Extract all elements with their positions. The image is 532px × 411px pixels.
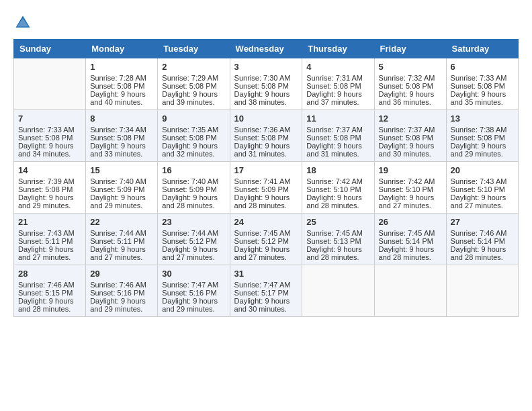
day-info-line: and 28 minutes.	[379, 253, 442, 261]
day-number: 17	[234, 165, 298, 175]
day-info-line: and 27 minutes.	[451, 201, 514, 210]
day-info-line: Sunset: 5:08 PM	[379, 82, 442, 90]
day-info-line: Sunrise: 7:46 AM	[451, 229, 514, 237]
day-number: 1	[90, 62, 153, 72]
calendar-cell: 3Sunrise: 7:30 AMSunset: 5:08 PMDaylight…	[230, 58, 302, 110]
day-info-line: Daylight: 9 hours	[18, 142, 81, 150]
day-info-line: Sunrise: 7:39 AM	[18, 177, 81, 185]
calendar-cell: 31Sunrise: 7:47 AMSunset: 5:17 PMDayligh…	[230, 265, 302, 317]
day-number: 14	[18, 165, 81, 175]
day-info-line: Daylight: 9 hours	[90, 245, 153, 253]
column-header-saturday: Saturday	[446, 40, 518, 58]
day-info-line: Daylight: 9 hours	[162, 297, 225, 305]
day-info-line: and 29 minutes.	[162, 305, 225, 313]
day-info-line: Sunrise: 7:45 AM	[234, 229, 298, 237]
day-info-line: Sunset: 5:08 PM	[379, 134, 442, 142]
day-info-line: Daylight: 9 hours	[162, 193, 225, 201]
calendar-cell: 4Sunrise: 7:31 AMSunset: 5:08 PMDaylight…	[302, 58, 374, 110]
day-info-line: Sunset: 5:08 PM	[306, 134, 369, 142]
calendar-cell: 16Sunrise: 7:40 AMSunset: 5:09 PMDayligh…	[158, 162, 230, 214]
day-number: 28	[18, 269, 81, 279]
day-info-line: and 27 minutes.	[18, 253, 81, 261]
day-info-line: Sunset: 5:08 PM	[18, 134, 81, 142]
day-info-line: Sunrise: 7:28 AM	[90, 74, 153, 82]
day-info-line: and 27 minutes.	[90, 253, 153, 261]
day-info-line: Sunrise: 7:42 AM	[379, 177, 442, 185]
calendar-week-row: 14Sunrise: 7:39 AMSunset: 5:08 PMDayligh…	[14, 162, 519, 214]
page-header	[13, 13, 519, 32]
day-info-line: Sunset: 5:11 PM	[90, 237, 153, 245]
day-info-line: Daylight: 9 hours	[90, 297, 153, 305]
day-info-line: Sunrise: 7:29 AM	[162, 74, 225, 82]
calendar-cell: 17Sunrise: 7:41 AMSunset: 5:09 PMDayligh…	[230, 162, 302, 214]
day-info-line: Sunset: 5:08 PM	[18, 185, 81, 193]
calendar-cell: 2Sunrise: 7:29 AMSunset: 5:08 PMDaylight…	[158, 58, 230, 110]
day-number: 9	[162, 113, 225, 124]
day-info-line: and 32 minutes.	[162, 150, 225, 158]
day-info-line: Sunset: 5:08 PM	[306, 82, 369, 90]
calendar-cell	[374, 265, 446, 317]
day-number: 18	[306, 165, 369, 175]
day-number: 21	[18, 217, 81, 227]
day-info-line: Daylight: 9 hours	[162, 245, 225, 253]
day-info-line: Daylight: 9 hours	[234, 297, 298, 305]
day-number: 23	[162, 217, 225, 227]
day-info-line: and 39 minutes.	[162, 98, 225, 106]
day-info-line: Sunrise: 7:46 AM	[90, 281, 153, 289]
day-info-line: Sunset: 5:10 PM	[306, 185, 369, 193]
day-info-line: Sunrise: 7:33 AM	[451, 74, 514, 82]
day-info-line: Sunset: 5:08 PM	[234, 134, 298, 142]
calendar-cell	[302, 265, 374, 317]
calendar-cell: 25Sunrise: 7:45 AMSunset: 5:13 PMDayligh…	[302, 214, 374, 265]
calendar-cell: 21Sunrise: 7:43 AMSunset: 5:11 PMDayligh…	[14, 214, 86, 265]
day-info-line: Sunrise: 7:35 AM	[162, 126, 225, 134]
logo	[13, 13, 35, 32]
day-info-line: Daylight: 9 hours	[162, 142, 225, 150]
day-info-line: Sunrise: 7:45 AM	[379, 229, 442, 237]
day-info-line: and 27 minutes.	[379, 201, 442, 210]
day-info-line: Daylight: 9 hours	[379, 193, 442, 201]
day-number: 25	[306, 217, 369, 227]
day-info-line: and 35 minutes.	[451, 98, 514, 106]
day-info-line: and 28 minutes.	[162, 201, 225, 210]
calendar-cell: 30Sunrise: 7:47 AMSunset: 5:16 PMDayligh…	[158, 265, 230, 317]
calendar-cell: 14Sunrise: 7:39 AMSunset: 5:08 PMDayligh…	[14, 162, 86, 214]
day-info-line: Daylight: 9 hours	[234, 245, 298, 253]
day-number: 29	[90, 269, 153, 279]
day-info-line: and 36 minutes.	[379, 98, 442, 106]
day-info-line: and 28 minutes.	[306, 253, 369, 261]
day-info-line: Daylight: 9 hours	[451, 245, 514, 253]
day-number: 20	[451, 165, 514, 175]
day-info-line: Sunrise: 7:40 AM	[90, 177, 153, 185]
day-info-line: and 33 minutes.	[90, 150, 153, 158]
day-info-line: Daylight: 9 hours	[306, 142, 369, 150]
day-info-line: Daylight: 9 hours	[379, 142, 442, 150]
day-info-line: and 28 minutes.	[306, 201, 369, 210]
column-header-friday: Friday	[374, 40, 446, 58]
day-info-line: Sunset: 5:09 PM	[234, 185, 298, 193]
calendar-cell: 23Sunrise: 7:44 AMSunset: 5:12 PMDayligh…	[158, 214, 230, 265]
day-info-line: Daylight: 9 hours	[306, 245, 369, 253]
day-info-line: Sunset: 5:08 PM	[451, 82, 514, 90]
day-info-line: and 30 minutes.	[234, 305, 298, 313]
calendar-cell: 28Sunrise: 7:46 AMSunset: 5:15 PMDayligh…	[14, 265, 86, 317]
day-info-line: and 29 minutes.	[451, 150, 514, 158]
day-info-line: Sunrise: 7:31 AM	[306, 74, 369, 82]
calendar-table: SundayMondayTuesdayWednesdayThursdayFrid…	[13, 39, 519, 317]
day-info-line: Daylight: 9 hours	[90, 193, 153, 201]
calendar-cell: 22Sunrise: 7:44 AMSunset: 5:11 PMDayligh…	[86, 214, 158, 265]
day-number: 12	[379, 113, 442, 124]
day-number: 5	[379, 62, 442, 72]
calendar-header-row: SundayMondayTuesdayWednesdayThursdayFrid…	[14, 40, 519, 58]
day-info-line: and 29 minutes.	[18, 201, 81, 210]
calendar-week-row: 21Sunrise: 7:43 AMSunset: 5:11 PMDayligh…	[14, 214, 519, 265]
day-info-line: Sunset: 5:16 PM	[162, 289, 225, 297]
calendar-cell: 29Sunrise: 7:46 AMSunset: 5:16 PMDayligh…	[86, 265, 158, 317]
day-number: 3	[234, 62, 298, 72]
day-info-line: and 27 minutes.	[234, 253, 298, 261]
day-info-line: and 29 minutes.	[90, 305, 153, 313]
day-info-line: Daylight: 9 hours	[306, 193, 369, 201]
day-info-line: Sunrise: 7:41 AM	[234, 177, 298, 185]
calendar-cell: 6Sunrise: 7:33 AMSunset: 5:08 PMDaylight…	[446, 58, 518, 110]
day-info-line: Sunrise: 7:38 AM	[451, 126, 514, 134]
